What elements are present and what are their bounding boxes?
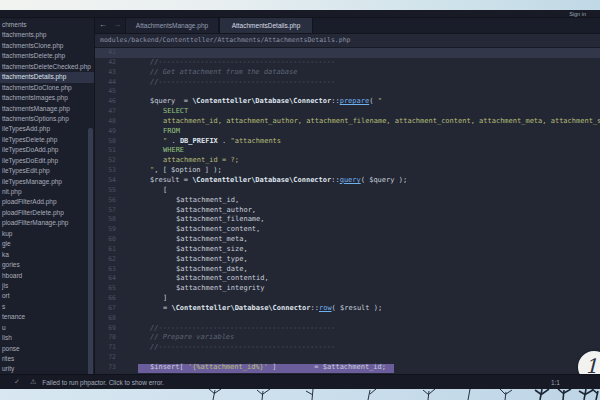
sidebar-file-item[interactable]: ttachmentsImages.php [0, 93, 94, 103]
sidebar-file-item[interactable]: s [0, 302, 94, 312]
sidebar-file-item[interactable]: ttachmentsDoClone.php [0, 83, 94, 93]
code-line[interactable]: 58$attachment_filename, [95, 215, 600, 225]
sidebar-file-item[interactable]: hboard [0, 271, 94, 281]
line-number: 56 [95, 196, 128, 206]
editor-tab[interactable]: AttachmentsDetails.php [219, 18, 313, 33]
sidebar-file-item[interactable]: ploadFilterAdd.php [0, 197, 94, 207]
nav-back-icon[interactable]: ← [99, 21, 107, 29]
sidebar-file-item[interactable]: ploadFilterDelete.php [0, 208, 94, 218]
sidebar-file-item[interactable]: ttachmentsManage.php [0, 104, 94, 114]
line-number: 70 [95, 333, 128, 343]
code-line[interactable]: 49FROM [95, 127, 600, 137]
code-line[interactable]: 72 [95, 353, 600, 363]
code-editor[interactable]: 4142//----------------------------------… [95, 48, 600, 374]
code-line[interactable]: 70// Prepare variables [95, 333, 600, 343]
code-line[interactable]: 60$attachment_meta, [95, 235, 600, 245]
code-text: $attachment_type, [128, 255, 248, 265]
sidebar-file-item[interactable]: nit.php [0, 187, 94, 197]
project-sidebar: chmentsttachments.phpttachmentsClone.php… [0, 18, 95, 374]
code-line[interactable]: 50" . DB_PREFIX . "attachments [95, 137, 600, 147]
line-number: 44 [95, 78, 128, 88]
sidebar-file-item[interactable]: u [0, 323, 94, 333]
code-line[interactable]: 42//------------------------------------… [95, 58, 600, 68]
code-line[interactable]: 63$attachment_date, [95, 265, 600, 275]
code-line[interactable]: 52attachment_id = ?; [95, 156, 600, 166]
code-line[interactable]: 43// Get attachment from the database [95, 68, 600, 78]
sidebar-file-item[interactable]: kup [0, 229, 94, 239]
code-line[interactable]: 55[ [95, 186, 600, 196]
sidebar-file-item[interactable]: chments [0, 20, 94, 30]
cursor-position[interactable]: 1:1 [551, 379, 560, 386]
sidebar-file-item[interactable]: ort [0, 291, 94, 301]
code-line[interactable]: 54$result = \Contentteller\Database\Conn… [95, 176, 600, 186]
code-line[interactable]: 56$attachment_id, [95, 196, 600, 206]
sidebar-file-item[interactable]: ttachmentsClone.php [0, 41, 94, 51]
sidebar-file-item[interactable]: tenance [0, 312, 94, 322]
sidebar-file-item[interactable]: ttachmentsOptions.php [0, 114, 94, 124]
sidebar-file-item[interactable]: ttachmentsDelete.php [0, 51, 94, 61]
line-number: 55 [95, 186, 128, 196]
line-number: 41 [95, 48, 128, 58]
sidebar-file-item[interactable]: ileTypesEdit.php [0, 166, 94, 176]
sidebar-file-item[interactable]: jis [0, 281, 94, 291]
sidebar-file-item[interactable]: ttachmentsDeleteChecked.php [0, 62, 94, 72]
code-text: attachment_id, attachment_author, attach… [128, 117, 600, 127]
main-area: chmentsttachments.phpttachmentsClone.php… [0, 18, 600, 374]
code-text [128, 87, 150, 97]
line-number: 48 [95, 117, 128, 127]
editor-column: ← → AttachmentsManage.phpAttachmentsDeta… [95, 18, 600, 374]
sidebar-file-item[interactable]: lish [0, 333, 94, 343]
status-error-message[interactable]: Failed to run phpactor. Click to show er… [42, 379, 164, 386]
sidebar-file-item[interactable]: ttachmentsDetails.php [0, 72, 94, 82]
sidebar-file-item[interactable]: rites [0, 354, 94, 364]
code-text: $attachment_author, [128, 206, 256, 216]
sidebar-file-item[interactable]: ileTypesManage.php [0, 177, 94, 187]
code-line[interactable]: 53", [ $option ] ); [95, 166, 600, 176]
code-line[interactable]: 68 [95, 314, 600, 324]
code-line[interactable]: 48attachment_id, attachment_author, atta… [95, 117, 600, 127]
code-line[interactable]: 41 [95, 48, 600, 58]
sign-in-button[interactable]: Sign in [569, 11, 586, 17]
code-line[interactable]: 64$attachment_contentid, [95, 274, 600, 284]
check-icon: ✓ [14, 378, 20, 386]
code-line[interactable]: 46$query = \Contentteller\Database\Conne… [95, 97, 600, 107]
code-text: // Get attachment from the database [128, 68, 298, 78]
sidebar-file-item[interactable]: ploadFilterManage.php [0, 218, 94, 228]
sidebar-file-item[interactable]: gories [0, 260, 94, 270]
code-line[interactable]: 51WHERE [95, 146, 600, 156]
code-line[interactable]: 67= \Contentteller\Database\Connector::r… [95, 304, 600, 314]
code-line[interactable]: 66] [95, 294, 600, 304]
nav-forward-icon[interactable]: → [113, 21, 121, 29]
line-number: 51 [95, 146, 128, 156]
code-line[interactable]: 61$attachment_size, [95, 245, 600, 255]
sidebar-file-item[interactable]: urity [0, 364, 94, 374]
code-line[interactable]: 69//------------------------------------… [95, 324, 600, 334]
code-line[interactable]: 62$attachment_type, [95, 255, 600, 265]
sidebar-file-item[interactable]: ileTypesDoEdit.php [0, 156, 94, 166]
sidebar-scrollbar[interactable] [88, 128, 93, 374]
line-number: 62 [95, 255, 128, 265]
code-line[interactable]: 45 [95, 87, 600, 97]
sidebar-file-item[interactable]: ponse [0, 344, 94, 354]
code-text: $attachment_integrity [128, 284, 265, 294]
code-line[interactable]: 71//------------------------------------… [95, 343, 600, 353]
code-line[interactable]: 44//------------------------------------… [95, 78, 600, 88]
sidebar-file-item[interactable]: ka [0, 250, 94, 260]
tab-strip: AttachmentsManage.phpAttachmentsDetails.… [125, 18, 313, 33]
desktop-wallpaper-top [0, 0, 600, 10]
code-text: attachment_id = ?; [128, 156, 239, 166]
sidebar-file-item[interactable]: ileTypesDoAdd.php [0, 145, 94, 155]
code-line[interactable]: 47SELECT [95, 107, 600, 117]
sidebar-file-item[interactable]: gle [0, 239, 94, 249]
sidebar-file-item[interactable]: ttachments.php [0, 30, 94, 40]
breadcrumb[interactable]: modules/backend/Contentteller/Attachment… [100, 36, 350, 44]
code-line[interactable]: 73$insert[ '{%attachment_id%}' ] = $atta… [95, 363, 600, 373]
code-line[interactable]: 65$attachment_integrity [95, 284, 600, 294]
nav-buttons: ← → [95, 18, 125, 33]
code-text: $attachment_id, [128, 196, 239, 206]
code-line[interactable]: 59$attachment_content, [95, 225, 600, 235]
editor-tab[interactable]: AttachmentsManage.php [125, 18, 219, 33]
sidebar-file-item[interactable]: ileTypesDelete.php [0, 135, 94, 145]
code-line[interactable]: 57$attachment_author, [95, 206, 600, 216]
sidebar-file-item[interactable]: ileTypesAdd.php [0, 124, 94, 134]
